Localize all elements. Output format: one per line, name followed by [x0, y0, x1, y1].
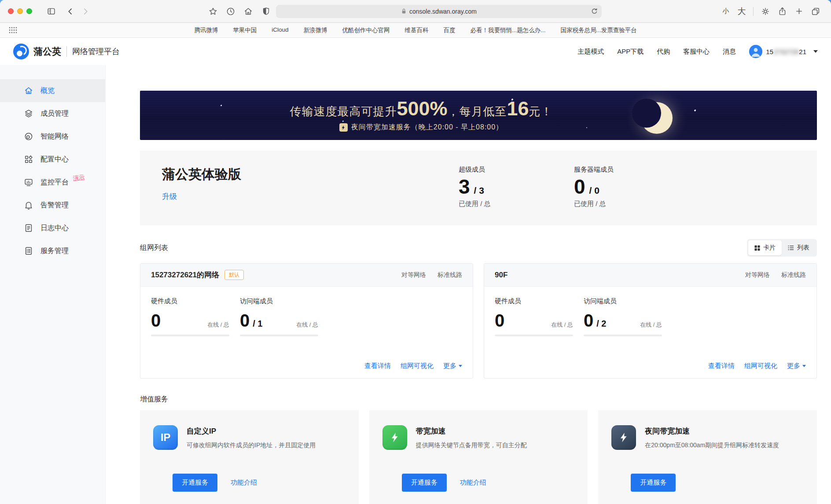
bookmark-item[interactable]: 苹果中国 — [233, 26, 257, 34]
sidebar-toggle-icon[interactable] — [44, 5, 59, 18]
promo-banner[interactable]: 传输速度最高可提升500%，每月低至16元！ 夜间带宽加速服务（晚上20:00 … — [140, 91, 817, 140]
bell-icon — [24, 200, 33, 210]
bookmark-item[interactable]: 必看！我要悄悄...题怎么办... — [471, 26, 546, 34]
nav-theme-mode[interactable]: 主题模式 — [577, 48, 604, 56]
stat-super-members: 超级成员 3/ 3 已使用 / 总 — [459, 166, 574, 210]
service-card-night-boost: 夜间带宽加速 在20:00pm至08:00am期间提升组网标准转发速度 开通服务 — [598, 410, 817, 504]
privacy-shield-icon[interactable] — [258, 5, 273, 18]
minimize-window-button[interactable] — [17, 8, 23, 14]
service-title: 自定义IP — [187, 426, 316, 436]
sidebar-item-monitor-platform[interactable]: 监控平台 演示 — [0, 171, 105, 194]
home-icon[interactable] — [241, 5, 256, 18]
sidebar-item-overview[interactable]: 概览 — [0, 79, 105, 102]
network-visualization-link[interactable]: 组网可视化 — [744, 362, 777, 370]
close-window-button[interactable] — [8, 8, 14, 14]
activate-service-button[interactable]: 开通服务 — [631, 474, 676, 492]
network-card: 90F 对等网络 标准线路 硬件成员 0在线 / 总 — [484, 263, 817, 379]
progress-bar — [584, 335, 662, 336]
banner-headline: 传输速度最高可提升500%，每月低至16元！ — [290, 99, 552, 119]
toolbar-divider — [753, 7, 754, 16]
user-account-menu[interactable]: 15273272621 — [749, 45, 818, 58]
brand-logo[interactable]: 蒲公英 网络管理平台 — [13, 44, 120, 59]
activate-service-button[interactable]: 开通服务 — [402, 474, 447, 492]
text-smaller-button[interactable]: 小 — [719, 5, 733, 18]
address-bar[interactable]: console.sdwan.oray.com — [276, 5, 602, 18]
sidebar-item-config-center[interactable]: 配置中心 — [0, 148, 105, 171]
upgrade-link[interactable]: 升级 — [162, 191, 177, 202]
sidebar-item-service-management[interactable]: 服务管理 — [0, 239, 105, 262]
view-toggle-card[interactable]: 卡片 — [748, 240, 782, 255]
bookmark-item[interactable]: 新浪微博 — [304, 26, 327, 34]
reload-icon[interactable] — [590, 7, 599, 17]
nav-reseller[interactable]: 代购 — [657, 48, 670, 56]
network-list-title: 组网列表 — [140, 243, 168, 253]
brand-name: 蒲公英 — [33, 45, 61, 58]
tab-overview-icon[interactable] — [808, 5, 823, 18]
bookmark-item[interactable]: 百度 — [444, 26, 456, 34]
nav-messages[interactable]: 消息 — [723, 48, 736, 56]
sidebar-item-label: 智能网络 — [40, 132, 69, 141]
progress-bar — [151, 335, 229, 336]
network-card-header: 90F 对等网络 标准线路 — [484, 264, 816, 287]
back-button[interactable] — [63, 5, 78, 18]
dandelion-logo-icon — [13, 44, 29, 59]
network-name: 15273272621的网络 — [151, 270, 219, 280]
header-nav: 主题模式 APP下载 代购 客服中心 消息 15273272621 — [577, 45, 818, 58]
zoom-window-button[interactable] — [26, 8, 32, 14]
stat-value: 0 — [574, 176, 585, 198]
network-type-tag: 对等网络 — [745, 271, 770, 279]
account-phone-number: 15273272621 — [766, 48, 806, 55]
home-icon — [24, 86, 33, 96]
bookmark-item[interactable]: 国家税务总局...发票查验平台 — [561, 26, 637, 34]
caret-down-icon — [802, 365, 806, 367]
frequently-visited-grid-icon[interactable] — [9, 27, 18, 35]
url-text: console.sdwan.oray.com — [409, 8, 477, 15]
sidebar-item-smart-network[interactable]: 智能网络 — [0, 125, 105, 148]
favorites-star-icon[interactable] — [206, 5, 221, 18]
settings-gear-icon[interactable] — [758, 5, 773, 18]
client-members-stat: 访问端成员 0/ 1在线 / 总 — [240, 297, 318, 336]
plan-info: 蒲公英体验版 升级 — [162, 166, 241, 210]
sidebar-nav: 概览 成员管理 智能网络 配置中心 监控平台 演示 告警管理 — [0, 65, 106, 504]
more-menu[interactable]: 更多 — [443, 362, 462, 370]
feature-intro-link[interactable]: 功能介绍 — [231, 478, 257, 487]
progress-bar — [495, 335, 573, 336]
history-clock-icon[interactable] — [223, 5, 238, 18]
night-bandwidth-bolt-icon — [611, 425, 636, 450]
share-icon[interactable] — [775, 5, 790, 18]
activate-service-button[interactable]: 开通服务 — [173, 474, 217, 492]
network-line-tag: 标准线路 — [781, 271, 806, 279]
banner-subline: 夜间带宽加速服务（晚上20:00 - 早上08:00） — [339, 123, 503, 132]
bookmark-item[interactable]: 腾讯微博 — [194, 26, 218, 34]
sidebar-item-alerts[interactable]: 告警管理 — [0, 194, 105, 217]
more-menu[interactable]: 更多 — [787, 362, 806, 370]
client-members-stat: 访问端成员 0/ 2在线 / 总 — [584, 297, 662, 336]
bookmark-item[interactable]: iCloud — [272, 26, 288, 34]
layers-icon — [24, 109, 33, 118]
forward-button[interactable] — [78, 5, 93, 18]
view-details-link[interactable]: 查看详情 — [708, 362, 735, 370]
bookmark-item[interactable]: 优酷创作中心官网 — [342, 26, 390, 34]
feature-intro-link[interactable]: 功能介绍 — [460, 478, 486, 487]
bookmark-item[interactable]: 维基百科 — [405, 26, 429, 34]
nav-app-download[interactable]: APP下载 — [617, 48, 643, 56]
nav-support-center[interactable]: 客服中心 — [683, 48, 710, 56]
moon-graphic — [641, 102, 673, 134]
service-card-bandwidth-boost: 带宽加速 提供网络关键节点备用带宽，可自主分配 开通服务 功能介绍 — [369, 410, 588, 504]
sidebar-item-log-center[interactable]: 日志中心 — [0, 217, 105, 239]
main-content: 传输速度最高可提升500%，每月低至16元！ 夜间带宽加速服务（晚上20:00 … — [106, 65, 831, 504]
service-description: 可修改组网内软件成员的IP地址，并且固定使用 — [187, 441, 316, 450]
view-toggle-list[interactable]: 列表 — [782, 240, 816, 255]
card-view-icon — [754, 245, 760, 251]
network-visualization-link[interactable]: 组网可视化 — [401, 362, 434, 370]
network-name: 90F — [495, 271, 507, 280]
lightning-icon — [339, 123, 348, 132]
progress-bar — [240, 335, 318, 336]
text-larger-button[interactable]: 大 — [735, 5, 749, 18]
demo-badge: 演示 — [73, 173, 85, 183]
view-details-link[interactable]: 查看详情 — [364, 362, 391, 370]
hardware-members-stat: 硬件成员 0在线 / 总 — [151, 297, 229, 336]
new-tab-plus-icon[interactable] — [791, 5, 806, 18]
sidebar-item-members[interactable]: 成员管理 — [0, 102, 105, 125]
stat-server-members: 服务器端成员 0/ 0 已使用 / 总 — [574, 166, 689, 210]
